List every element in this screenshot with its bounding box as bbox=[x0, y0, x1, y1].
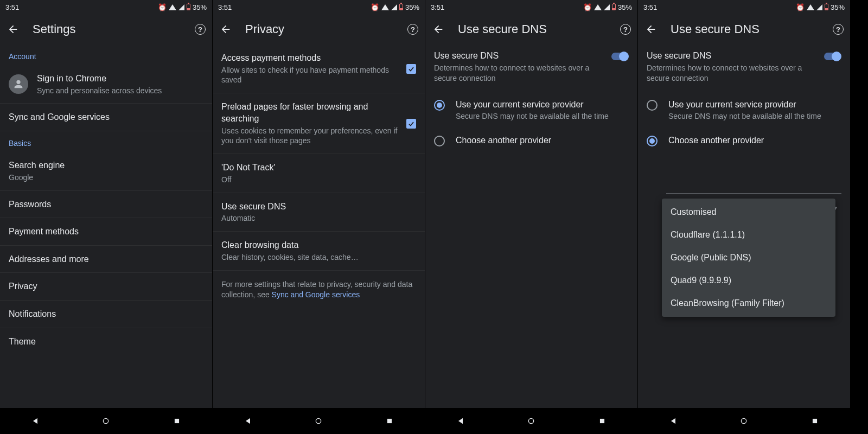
page-title: Use secure DNS bbox=[671, 22, 820, 36]
radio-unchecked[interactable] bbox=[434, 136, 445, 146]
wifi-icon bbox=[807, 4, 814, 10]
use-secure-dns-row[interactable]: Use secure DNS Automatic bbox=[213, 193, 425, 232]
nav-back[interactable] bbox=[667, 415, 679, 427]
radio-sub: Secure DNS may not be available all the … bbox=[668, 111, 841, 122]
app-bar: Use secure DNS ? bbox=[425, 14, 637, 44]
secure-dns-toggle-row[interactable]: Use secure DNS Determines how to connect… bbox=[425, 44, 637, 92]
row-sub: Clear history, cookies, site data, cache… bbox=[221, 252, 416, 263]
radio-checked[interactable] bbox=[647, 136, 658, 146]
back-button[interactable] bbox=[432, 23, 445, 36]
sync-services-link[interactable]: Sync and Google services bbox=[272, 290, 360, 299]
radio-choose-provider[interactable]: Choose another provider bbox=[425, 128, 637, 153]
checkbox-checked[interactable] bbox=[406, 64, 416, 74]
battery-icon bbox=[612, 4, 616, 10]
nav-bar bbox=[213, 408, 425, 434]
radio-choose-provider[interactable]: Choose another provider bbox=[638, 128, 850, 153]
radio-current-provider[interactable]: Use your current service provider Secure… bbox=[425, 92, 637, 128]
battery-icon bbox=[399, 4, 403, 10]
nav-home[interactable] bbox=[100, 415, 112, 427]
nav-recent[interactable] bbox=[596, 415, 608, 427]
help-icon[interactable]: ? bbox=[195, 24, 206, 35]
preload-pages-row[interactable]: Preload pages for faster browsing and se… bbox=[213, 93, 425, 154]
status-bar: 3:51 ⏰ 35% bbox=[213, 0, 425, 14]
back-button[interactable] bbox=[219, 23, 232, 36]
svg-point-6 bbox=[742, 418, 746, 423]
back-button[interactable] bbox=[7, 23, 20, 36]
nav-recent[interactable] bbox=[384, 415, 395, 427]
menu-item-cloudflare[interactable]: Cloudflare (1.1.1.1) bbox=[662, 224, 835, 246]
wifi-icon bbox=[594, 4, 602, 10]
row-title: 'Do Not Track' bbox=[221, 162, 416, 174]
help-icon[interactable]: ? bbox=[620, 24, 631, 35]
payment-methods-row[interactable]: Payment methods bbox=[0, 218, 212, 246]
nav-bar bbox=[0, 408, 212, 434]
battery-percent: 35% bbox=[405, 3, 419, 11]
avatar-icon bbox=[9, 74, 28, 94]
radio-title: Choose another provider bbox=[668, 135, 841, 146]
menu-item-quad9[interactable]: Quad9 (9.9.9.9) bbox=[662, 269, 835, 292]
row-title: Payment methods bbox=[9, 226, 203, 238]
menu-item-customised[interactable]: Customised bbox=[662, 201, 835, 224]
radio-unchecked[interactable] bbox=[647, 100, 658, 111]
signal-icon bbox=[178, 4, 184, 10]
theme-row[interactable]: Theme bbox=[0, 328, 212, 355]
row-title: Passwords bbox=[9, 199, 203, 210]
status-bar: 3:51 ⏰ 35% bbox=[0, 0, 212, 14]
privacy-row[interactable]: Privacy bbox=[0, 273, 212, 301]
nav-recent[interactable] bbox=[171, 415, 183, 427]
row-title: Theme bbox=[9, 336, 203, 348]
radio-checked[interactable] bbox=[434, 100, 445, 111]
row-title: Use secure DNS bbox=[221, 201, 416, 213]
passwords-row[interactable]: Passwords bbox=[0, 191, 212, 219]
sign-in-title: Sign in to Chrome bbox=[37, 73, 203, 85]
row-sub: Google bbox=[9, 173, 203, 183]
divider bbox=[666, 193, 841, 194]
status-bar: 3:51 ⏰ 35% bbox=[425, 0, 637, 14]
row-title: Access payment methods bbox=[221, 52, 398, 64]
row-title: Privacy bbox=[9, 280, 203, 292]
radio-title: Use your current service provider bbox=[668, 99, 841, 111]
battery-icon bbox=[187, 4, 190, 10]
wifi-icon bbox=[169, 4, 176, 10]
screen-secure-dns-dropdown: 3:51 ⏰ 35% Use secure DNS ? Use secure D… bbox=[638, 0, 851, 434]
menu-item-cleanbrowsing[interactable]: CleanBrowsing (Family Filter) bbox=[662, 292, 835, 315]
nav-back[interactable] bbox=[455, 415, 467, 427]
app-bar: Privacy ? bbox=[213, 14, 425, 44]
wifi-icon bbox=[381, 4, 389, 10]
menu-item-google[interactable]: Google (Public DNS) bbox=[662, 246, 835, 269]
clear-browsing-data-row[interactable]: Clear browsing data Clear history, cooki… bbox=[213, 232, 425, 270]
nav-back[interactable] bbox=[242, 415, 254, 427]
svg-rect-5 bbox=[600, 419, 604, 423]
access-payment-row[interactable]: Access payment methods Allow sites to ch… bbox=[213, 44, 425, 93]
notifications-row[interactable]: Notifications bbox=[0, 301, 212, 328]
signal-icon bbox=[604, 4, 610, 10]
nav-back[interactable] bbox=[29, 415, 41, 427]
help-icon[interactable]: ? bbox=[833, 24, 844, 35]
checkbox-checked[interactable] bbox=[406, 119, 416, 129]
nav-home[interactable] bbox=[312, 415, 324, 427]
toggle-on[interactable] bbox=[610, 51, 629, 62]
row-title: Search engine bbox=[9, 159, 203, 171]
alarm-icon: ⏰ bbox=[371, 3, 379, 11]
addresses-row[interactable]: Addresses and more bbox=[0, 246, 212, 273]
sync-services-row[interactable]: Sync and Google services bbox=[0, 104, 212, 131]
battery-icon bbox=[825, 4, 828, 10]
nav-recent[interactable] bbox=[809, 415, 821, 427]
radio-current-provider[interactable]: Use your current service provider Secure… bbox=[638, 92, 850, 128]
toggle-on[interactable] bbox=[823, 51, 841, 62]
search-engine-row[interactable]: Search engine Google bbox=[0, 152, 212, 190]
radio-title: Choose another provider bbox=[456, 135, 629, 146]
secure-dns-toggle-row[interactable]: Use secure DNS Determines how to connect… bbox=[638, 44, 850, 92]
svg-rect-1 bbox=[175, 419, 179, 423]
nav-home[interactable] bbox=[738, 415, 750, 427]
nav-home[interactable] bbox=[525, 415, 537, 427]
app-bar: Use secure DNS ? bbox=[638, 14, 850, 44]
do-not-track-row[interactable]: 'Do Not Track' Off bbox=[213, 154, 425, 193]
help-icon[interactable]: ? bbox=[407, 24, 418, 35]
back-button[interactable] bbox=[644, 23, 658, 36]
signal-icon bbox=[816, 4, 822, 10]
sign-in-row[interactable]: Sign in to Chrome Sync and personalise a… bbox=[0, 65, 212, 104]
status-time: 3:51 bbox=[218, 3, 232, 11]
footer-text: For more settings that relate to privacy… bbox=[213, 271, 425, 309]
section-basics: Basics bbox=[0, 131, 212, 152]
